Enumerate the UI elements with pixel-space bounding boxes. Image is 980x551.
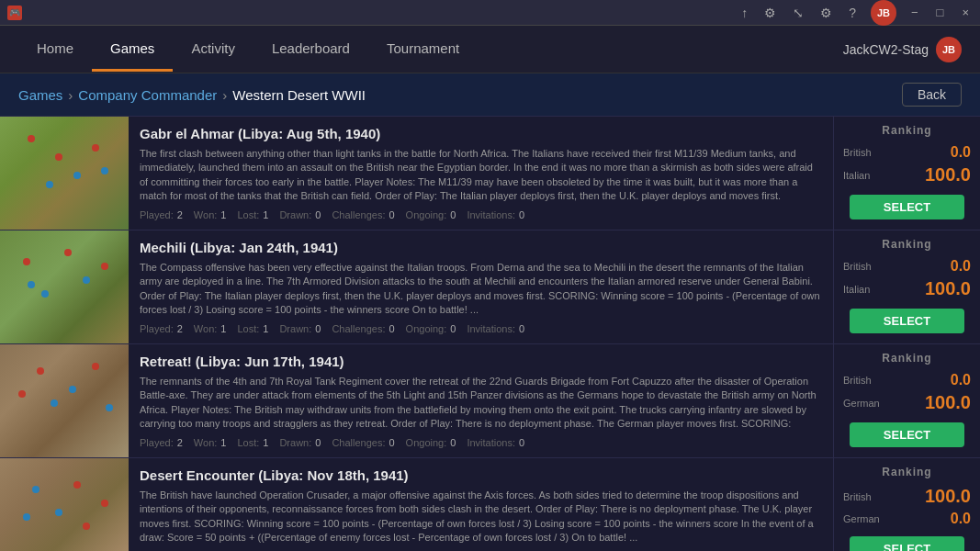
scenario-map — [0, 231, 129, 343]
breadcrumb: Games › Company Commander › Western Dese… — [18, 87, 366, 103]
rank-row-side1: British 0.0 — [843, 372, 971, 388]
stat-drawn: Drawn:0 — [279, 323, 321, 334]
tools-icon[interactable]: ⚙ — [762, 4, 778, 22]
breadcrumb-current: Western Desert WWII — [232, 87, 366, 103]
ranking-panel: Ranking British 0.0 German 100.0 SELECT — [833, 344, 980, 457]
stat-won: Won:1 — [194, 209, 227, 220]
ranking-title: Ranking — [882, 238, 931, 251]
nav-bar: Home Games Activity Leaderboard Tourname… — [0, 26, 980, 73]
scenario-title: Gabr el Ahmar (Libya: Aug 5th, 1940) — [140, 126, 822, 141]
stat-invitations: Invitations:0 — [467, 323, 524, 334]
scenario-title: Desert Encounter (Libya: Nov 18th, 1941) — [140, 467, 822, 483]
scenario-stats: Played:2Won:1Lost:1Drawn:0Challenges:0On… — [140, 437, 822, 448]
breadcrumb-sep-2: › — [222, 87, 227, 103]
stat-lost: Lost:1 — [237, 437, 268, 448]
rank-row-side1: British 0.0 — [843, 258, 971, 275]
stat-challenges: Challenges:0 — [332, 323, 394, 334]
nav-leaderboard[interactable]: Leaderboard — [253, 28, 368, 72]
stat-ongoing: Ongoing:0 — [406, 323, 456, 334]
username-label: JackCW2-Stag — [843, 42, 929, 57]
nav-tournament[interactable]: Tournament — [368, 28, 478, 72]
nav-activity[interactable]: Activity — [173, 28, 253, 72]
rank-side1-label: British — [843, 261, 880, 272]
stat-played: Played:2 — [140, 437, 183, 448]
back-button[interactable]: Back — [902, 83, 962, 107]
arrow-up-icon[interactable]: ↑ — [739, 4, 749, 22]
rank-row-side2: Italian 100.0 — [843, 278, 971, 299]
table-row: Desert Encounter (Libya: Nov 18th, 1941)… — [0, 458, 980, 551]
stat-invitations: Invitations:0 — [467, 437, 524, 448]
scenario-map — [0, 117, 129, 230]
stat-drawn: Drawn:0 — [279, 437, 321, 448]
stat-invitations: Invitations:0 — [467, 209, 524, 220]
rank-side2-value: 0.0 — [925, 511, 971, 527]
scenario-description: The Compass offensive has been very effe… — [140, 261, 822, 316]
rank-row-side2: Italian 100.0 — [843, 164, 971, 186]
scenario-description: The first clash between anything other t… — [140, 147, 822, 202]
stat-won: Won:1 — [194, 323, 227, 334]
rank-side2-label: Italian — [843, 284, 880, 295]
rank-side2-value: 100.0 — [925, 278, 971, 299]
user-avatar: JB — [871, 0, 896, 26]
stat-ongoing: Ongoing:0 — [406, 437, 456, 448]
rank-side2-value: 100.0 — [925, 164, 971, 186]
ranking-title: Ranking — [882, 124, 931, 137]
scenario-content: Gabr el Ahmar (Libya: Aug 5th, 1940) The… — [129, 117, 833, 230]
app-icon: 🎮 — [7, 6, 22, 20]
scenario-description: The remnants of the 4th and 7th Royal Ta… — [140, 375, 822, 430]
stat-lost: Lost:1 — [237, 209, 268, 220]
stat-lost: Lost:1 — [237, 323, 268, 334]
select-button[interactable]: SELECT — [850, 536, 964, 551]
stat-played: Played:2 — [140, 209, 183, 220]
stat-won: Won:1 — [194, 437, 227, 448]
breadcrumb-bar: Games › Company Commander › Western Dese… — [0, 73, 980, 117]
scenario-stats: Played:2Won:1Lost:1Drawn:0Challenges:0On… — [140, 209, 822, 220]
scenario-map — [0, 344, 129, 457]
select-button[interactable]: SELECT — [850, 195, 964, 219]
stat-drawn: Drawn:0 — [279, 209, 321, 220]
rank-row-side1: British 0.0 — [843, 144, 971, 161]
stat-challenges: Challenges:0 — [332, 209, 394, 220]
scenario-title: Retreat! (Libya: Jun 17th, 1941) — [140, 354, 822, 369]
table-row: Gabr el Ahmar (Libya: Aug 5th, 1940) The… — [0, 117, 980, 231]
rank-side1-value: 0.0 — [925, 144, 971, 161]
scenario-content: Mechili (Libya: Jan 24th, 1941) The Comp… — [129, 231, 833, 343]
select-button[interactable]: SELECT — [850, 422, 964, 447]
table-row: Retreat! (Libya: Jun 17th, 1941) The rem… — [0, 344, 980, 458]
scenario-content: Desert Encounter (Libya: Nov 18th, 1941)… — [129, 458, 833, 551]
title-bar: 🎮 ↑ ⚙ ⤡ ⚙ ? JB − □ × — [0, 0, 980, 26]
scenario-description: The British have launched Operation Crus… — [140, 489, 822, 544]
ranking-panel: Ranking British 0.0 Italian 100.0 SELECT — [833, 117, 980, 230]
rank-row-side1: British 100.0 — [843, 486, 971, 507]
topbar-icons: ↑ ⚙ ⤡ ⚙ ? JB — [739, 0, 896, 26]
help-icon[interactable]: ? — [847, 4, 858, 22]
nav-home[interactable]: Home — [18, 28, 92, 72]
scenario-title: Mechili (Libya: Jan 24th, 1941) — [140, 240, 822, 255]
ranking-panel: Ranking British 100.0 German 0.0 SELECT — [833, 458, 980, 551]
breadcrumb-company-commander[interactable]: Company Commander — [78, 87, 217, 103]
stat-challenges: Challenges:0 — [332, 437, 394, 448]
table-row: Mechili (Libya: Jan 24th, 1941) The Comp… — [0, 231, 980, 344]
select-button[interactable]: SELECT — [850, 309, 964, 333]
rank-side1-label: British — [843, 147, 880, 158]
rank-side1-value: 100.0 — [925, 486, 971, 507]
rank-row-side2: German 100.0 — [843, 392, 971, 413]
nav-user: JackCW2-Stag JB — [843, 37, 962, 62]
settings-icon[interactable]: ⚙ — [818, 4, 834, 22]
title-bar-left: 🎮 — [7, 6, 22, 20]
stat-ongoing: Ongoing:0 — [406, 209, 456, 220]
scenario-list: Gabr el Ahmar (Libya: Aug 5th, 1940) The… — [0, 117, 980, 551]
rank-side1-label: British — [843, 491, 880, 502]
rank-side2-label: German — [843, 398, 880, 409]
nav-games[interactable]: Games — [92, 28, 173, 72]
restore-btn[interactable]: □ — [933, 6, 948, 19]
expand-icon[interactable]: ⤡ — [791, 4, 805, 22]
breadcrumb-games[interactable]: Games — [18, 87, 62, 103]
rank-side1-value: 0.0 — [925, 372, 971, 388]
ranking-title: Ranking — [882, 352, 931, 365]
scenario-map — [0, 458, 129, 551]
minimize-btn[interactable]: − — [907, 6, 922, 19]
ranking-title: Ranking — [882, 466, 931, 478]
scenario-stats: Played:2Won:1Lost:1Drawn:0Challenges:0On… — [140, 323, 822, 334]
close-btn[interactable]: × — [958, 6, 973, 19]
